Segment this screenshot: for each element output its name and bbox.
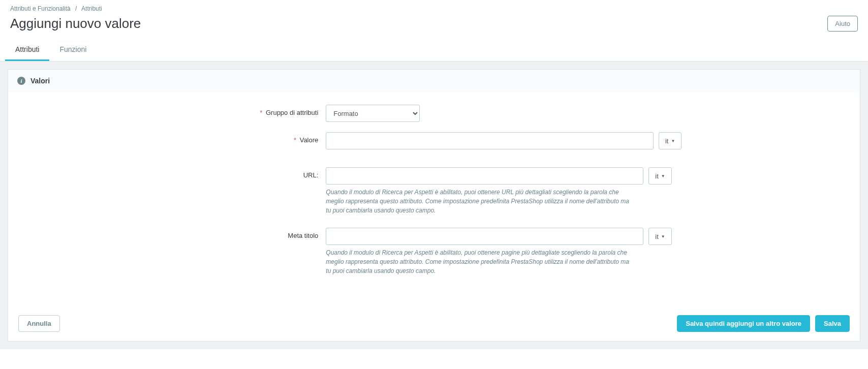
help-url: Quando il modulo di Ricerca per Aspetti …	[326, 188, 631, 215]
lang-code: it	[655, 233, 659, 240]
label-attribute-group-text: Gruppo di attributi	[266, 109, 318, 116]
breadcrumb-separator: /	[75, 5, 77, 12]
control-meta: it ▼ Quando il modulo di Ricerca per Asp…	[326, 228, 681, 275]
row-value: * Valore it ▼	[18, 132, 850, 149]
lang-code: it	[655, 172, 659, 180]
control-value: it ▼	[326, 132, 681, 149]
required-marker: *	[260, 109, 262, 116]
panel-title: Valori	[30, 77, 50, 85]
breadcrumb-current: Attributi	[81, 5, 102, 12]
control-attribute-group: Formato	[326, 105, 681, 122]
label-attribute-group: * Gruppo di attributi	[18, 105, 326, 116]
row-meta: Meta titolo it ▼ Quando il modulo di Ric…	[18, 228, 850, 275]
page-title: Aggiungi nuovo valore	[10, 16, 141, 32]
save-and-add-button[interactable]: Salva quindi aggiungi un altro valore	[677, 315, 810, 332]
label-value: * Valore	[18, 132, 326, 144]
panel-header: i Valori	[8, 70, 860, 92]
lang-code: it	[665, 137, 669, 145]
control-url: it ▼ Quando il modulo di Ricerca per Asp…	[326, 167, 681, 215]
label-meta: Meta titolo	[18, 228, 326, 239]
help-button[interactable]: Aiuto	[827, 16, 858, 32]
input-meta[interactable]	[326, 228, 643, 245]
breadcrumb-parent[interactable]: Attributi e Funzionalità	[10, 5, 71, 12]
required-marker: *	[294, 136, 296, 144]
label-url: URL:	[18, 167, 326, 179]
panel-values: i Valori * Gruppo di attributi Formato *…	[8, 69, 860, 342]
tabs: Attributi Funzioni	[0, 39, 868, 62]
label-meta-text: Meta titolo	[288, 232, 318, 239]
lang-button-value[interactable]: it ▼	[659, 132, 681, 149]
panel-footer: Annulla Salva quindi aggiungi un altro v…	[8, 306, 860, 341]
panel-body: * Gruppo di attributi Formato * Valore	[8, 92, 860, 306]
caret-down-icon: ▼	[661, 234, 665, 239]
save-button[interactable]: Salva	[815, 315, 850, 332]
caret-down-icon: ▼	[661, 174, 665, 178]
cancel-button[interactable]: Annulla	[18, 315, 60, 332]
row-attribute-group: * Gruppo di attributi Formato	[18, 105, 850, 122]
input-url[interactable]	[326, 167, 643, 184]
tab-attributes[interactable]: Attributi	[5, 39, 49, 61]
row-url: URL: it ▼ Quando il modulo di Ricerca pe…	[18, 167, 850, 215]
help-meta: Quando il modulo di Ricerca per Aspetti …	[326, 248, 631, 275]
caret-down-icon: ▼	[671, 139, 675, 143]
info-icon: i	[17, 77, 25, 85]
content-area: i Valori * Gruppo di attributi Formato *…	[0, 62, 868, 349]
footer-right: Salva quindi aggiungi un altro valore Sa…	[677, 315, 850, 332]
tab-functions[interactable]: Funzioni	[49, 39, 97, 61]
lang-button-url[interactable]: it ▼	[648, 167, 671, 184]
select-attribute-group[interactable]: Formato	[326, 105, 420, 122]
page-header: Aggiungi nuovo valore Aiuto	[0, 13, 868, 39]
label-url-text: URL:	[303, 171, 319, 179]
label-value-text: Valore	[300, 136, 319, 144]
input-value[interactable]	[326, 132, 654, 149]
breadcrumb: Attributi e Funzionalità / Attributi	[0, 0, 868, 13]
lang-button-meta[interactable]: it ▼	[648, 228, 671, 245]
